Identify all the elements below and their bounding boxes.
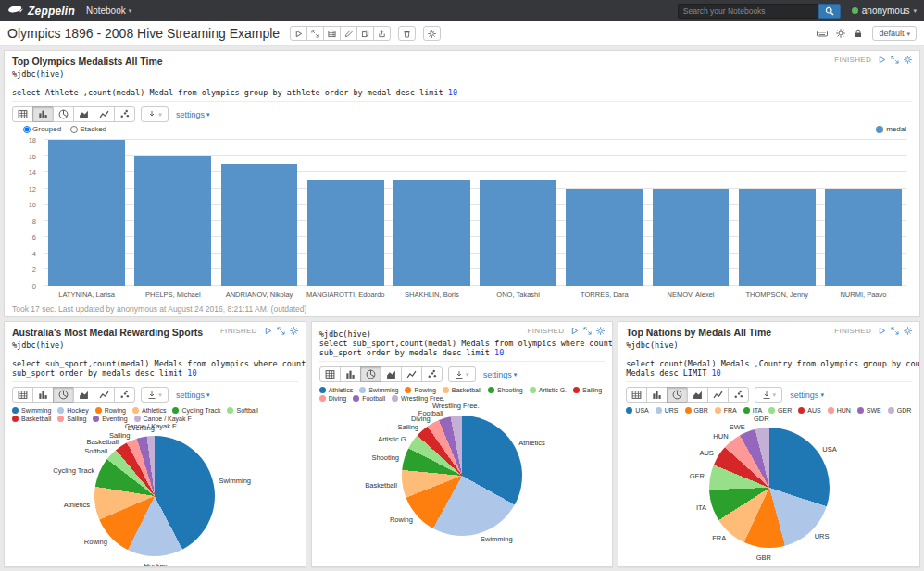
run-paragraph-button[interactable] [570,327,579,335]
chart-legend-item[interactable]: medal [876,125,906,133]
bar-chart-button[interactable] [646,387,668,403]
notebook-menu[interactable]: Notebook ▾ [86,6,131,16]
area-chart-button[interactable] [381,366,402,382]
legend-item[interactable]: HUN [828,407,851,414]
legend-item[interactable]: USA [626,407,648,414]
line-chart-button[interactable] [94,106,115,122]
legend-item[interactable]: Hockey [57,407,88,414]
legend-item[interactable]: Basketball [12,416,51,422]
run-paragraph-button[interactable] [878,327,886,335]
legend-item[interactable]: FRA [715,407,737,414]
note-scheduler-button[interactable] [423,26,441,41]
legend-item[interactable]: Rowing [95,407,126,414]
scatter-chart-button[interactable] [114,106,135,122]
legend-item[interactable]: Swimming [12,407,51,414]
download-data-button[interactable]: ▾ [755,387,782,403]
legend-item[interactable]: Sailing [57,416,86,422]
legend-item[interactable]: Athletics [319,387,353,393]
line-chart-button[interactable] [94,387,115,403]
legend-item[interactable]: URS [656,407,679,414]
note-permissions-button[interactable] [854,29,863,38]
legend-item[interactable]: Eventing [93,416,127,422]
interpreter-binding-button[interactable] [836,29,845,38]
stacked-radio[interactable] [70,126,78,133]
legend-item[interactable]: Swimming [359,387,398,393]
expand-paragraph-button[interactable] [891,327,899,335]
stacked-radio-option[interactable]: Stacked [70,125,106,133]
scatter-chart-button[interactable] [728,387,749,403]
table-view-button[interactable] [12,387,33,403]
legend-item[interactable]: GER [768,407,792,414]
user-menu[interactable]: anonymous ▾ [852,6,917,16]
line-chart-button[interactable] [707,387,729,403]
show-hide-code-button[interactable] [306,26,324,41]
area-chart-button[interactable] [73,106,94,122]
line-chart-button[interactable] [401,366,422,382]
scatter-chart-button[interactable] [114,387,135,403]
expand-paragraph-button[interactable] [277,327,285,335]
pie-chart-button[interactable] [53,106,74,122]
clone-note-button[interactable] [356,26,374,41]
legend-item[interactable]: Wrestling Free. [392,395,444,402]
legend-item[interactable]: GDR [888,407,912,414]
legend-item[interactable]: Artistic G. [530,387,567,393]
settings-link[interactable]: settings▾ [790,391,824,400]
legend-item[interactable]: SWE [857,407,881,414]
table-view-button[interactable] [319,366,341,382]
legend-item[interactable]: Shooting [488,387,523,393]
export-note-button[interactable] [373,26,391,41]
download-data-button[interactable]: ▾ [141,106,169,122]
bar-chart-button[interactable] [32,387,54,403]
download-data-button[interactable]: ▾ [448,366,476,382]
table-view-button[interactable] [12,106,33,122]
run-all-paragraphs-button[interactable] [290,26,307,41]
view-mode-select[interactable]: default ▾ [872,26,917,41]
keyboard-shortcuts-button[interactable] [817,29,828,38]
run-paragraph-button[interactable] [878,56,886,64]
code-editor[interactable]: %jdbc(hive) select sub_sport,count(medal… [12,338,298,382]
download-data-button[interactable]: ▾ [141,387,169,403]
paragraph-settings-button[interactable] [904,327,912,335]
table-view-button[interactable] [626,387,647,403]
settings-link[interactable]: settings▾ [483,370,518,379]
code-editor[interactable]: %jdbc(hive) select count(Medal) Medals ,… [626,338,912,382]
search-button[interactable] [818,4,841,19]
legend-item[interactable]: Canoe / Kayak F [134,416,192,422]
pie-chart-button[interactable] [667,387,688,403]
paragraph-settings-button[interactable] [904,56,912,64]
legend-item[interactable]: Softball [227,407,257,414]
legend-item[interactable]: Athletics [132,407,166,414]
scatter-chart-button[interactable] [421,366,443,382]
paragraph-settings-button[interactable] [596,327,605,335]
grouped-radio-option[interactable]: Grouped [23,125,61,133]
note-title[interactable]: Olympics 1896 - 2008 Hive Streaming Exam… [7,26,280,41]
area-chart-button[interactable] [73,387,94,403]
bar-chart-button[interactable] [32,106,54,122]
legend-item[interactable]: AUS [798,407,820,414]
legend-item[interactable]: Football [353,395,385,402]
area-chart-button[interactable] [687,387,708,403]
legend-item[interactable]: GBR [685,407,708,414]
legend-item[interactable]: Rowing [405,387,435,393]
search-input[interactable] [678,4,818,19]
run-paragraph-button[interactable] [264,327,272,335]
legend-item[interactable]: ITA [743,407,762,414]
code-editor[interactable]: %jdbc(hive) select Athlete ,count(medal)… [12,67,912,102]
pie-chart-button[interactable] [53,387,74,403]
show-hide-output-button[interactable] [323,26,341,41]
bar-chart-button[interactable] [340,366,361,382]
clear-output-button[interactable] [340,26,357,41]
settings-link[interactable]: settings▾ [176,391,210,400]
legend-item[interactable]: Cycling Track [172,407,220,414]
grouped-radio[interactable] [23,126,31,133]
zeppelin-brand[interactable]: Zeppelin [7,4,75,18]
expand-paragraph-button[interactable] [891,56,899,64]
pie-chart-button[interactable] [360,366,381,382]
expand-paragraph-button[interactable] [583,327,592,335]
delete-note-button[interactable] [398,26,416,41]
paragraph-settings-button[interactable] [290,327,298,335]
legend-item[interactable]: Basketball [443,387,481,393]
settings-link[interactable]: settings▾ [176,110,210,119]
legend-item[interactable]: Sailing [573,387,602,393]
legend-item[interactable]: Diving [319,395,346,402]
